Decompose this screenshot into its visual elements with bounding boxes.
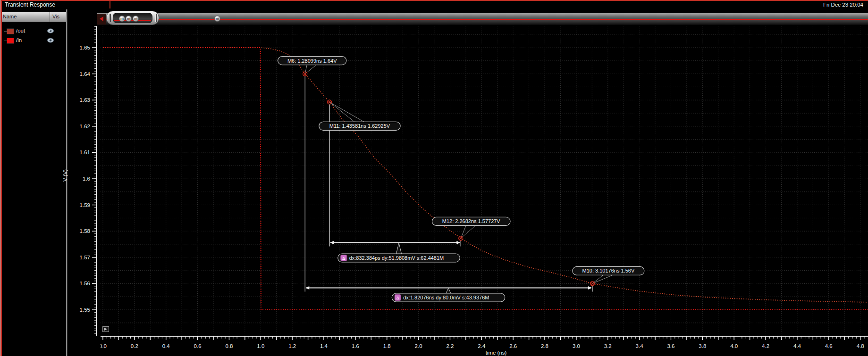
titlebar-divider bbox=[110, 0, 110, 8]
x-tick-label: 3.4 bbox=[636, 343, 644, 349]
corner-play-button[interactable] bbox=[102, 326, 109, 332]
delta-label-text: dx:832.384ps dy:51.9808mV s:62.4481M bbox=[349, 255, 444, 261]
x-tick-label: 2.2 bbox=[446, 343, 454, 349]
x-tick-label: 0.8 bbox=[225, 343, 233, 349]
window-timestamp: Fri Dec 23 20:04 bbox=[823, 2, 863, 8]
x-tick-label: 1.8 bbox=[383, 343, 391, 349]
left-triangle-icon bbox=[100, 17, 103, 21]
thumb-grip-right[interactable] bbox=[155, 14, 157, 22]
x-tick-label: 2.0 bbox=[415, 343, 422, 349]
thumb-grip-left[interactable] bbox=[109, 14, 111, 22]
signal-color-swatch bbox=[7, 38, 14, 44]
marker-overview-icon[interactable]: m bbox=[214, 16, 220, 22]
y-tick-label: 1.59 bbox=[80, 202, 90, 208]
trace-out[interactable] bbox=[103, 48, 868, 302]
marker-point-M11[interactable] bbox=[327, 100, 331, 104]
overview-scrollbar[interactable]: mmmm bbox=[97, 13, 868, 25]
marker-M6[interactable]: M6: 1.28099ns 1.64V bbox=[278, 57, 346, 76]
grid bbox=[101, 26, 868, 336]
x-tick-label: 4.8 bbox=[857, 343, 864, 349]
x-tick-label: 3.0 bbox=[573, 343, 580, 349]
y-tick-label: 1.61 bbox=[80, 149, 90, 155]
overview-trace-line bbox=[106, 19, 868, 20]
visibility-eye-icon[interactable] bbox=[47, 37, 54, 43]
visibility-eye-icon[interactable] bbox=[47, 28, 54, 34]
x-tick-label: 0.0 bbox=[101, 343, 107, 349]
signal-name: /in bbox=[16, 37, 22, 43]
x-tick-label: 3.2 bbox=[604, 343, 612, 349]
x-axis: 0.00.20.40.60.81.01.21.41.61.82.02.22.42… bbox=[101, 336, 868, 356]
window-border-left bbox=[0, 0, 2, 356]
x-tick-label: 1.2 bbox=[288, 343, 296, 349]
y-tick-label: 1.62 bbox=[80, 124, 90, 129]
x-tick-label: 4.6 bbox=[825, 343, 833, 349]
marker-point-M6[interactable] bbox=[303, 72, 307, 76]
y-tick-label: 1.64 bbox=[80, 71, 91, 77]
x-tick-label: 3.6 bbox=[667, 343, 674, 349]
marker-callout-text: M6: 1.28099ns 1.64V bbox=[287, 58, 337, 64]
x-tick-label: 2.4 bbox=[478, 343, 486, 349]
column-header-name: Name bbox=[3, 14, 17, 19]
x-tick-label: 2.8 bbox=[541, 343, 548, 349]
x-tick-label: 0.4 bbox=[162, 343, 170, 349]
waveform-window: Transient Response Fri Dec 23 20:04 Name… bbox=[0, 0, 868, 356]
window-border-top bbox=[0, 0, 868, 1]
column-header-vis: Vis bbox=[52, 14, 59, 19]
x-tick-label: 0.6 bbox=[194, 343, 202, 349]
marker-overview-icon[interactable]: m bbox=[133, 16, 139, 22]
signal-list-header: Name Vis bbox=[2, 12, 66, 22]
y-tick-label: 1.57 bbox=[80, 255, 90, 260]
x-tick-label: 1.6 bbox=[352, 343, 359, 349]
x-tick-label: 1.4 bbox=[320, 343, 328, 349]
marker-callout-text: M10: 3.10176ns 1.56V bbox=[582, 268, 635, 273]
marker-M10[interactable]: M10: 3.10176ns 1.56V bbox=[573, 266, 644, 286]
marker-M11[interactable]: M11: 1.43581ns 1.62925V bbox=[319, 100, 400, 131]
x-tick-label: 4.0 bbox=[730, 343, 738, 349]
delta-measurement-2[interactable]: Δdx:1.82076ns dy:80.0mV s:43.9376M bbox=[305, 76, 592, 302]
signal-color-swatch bbox=[7, 28, 14, 34]
x-tick-label: 2.6 bbox=[509, 343, 517, 349]
signal-row-out[interactable]: /out bbox=[2, 26, 65, 36]
y-tick-label: 1.58 bbox=[80, 228, 90, 234]
x-tick-label: 4.4 bbox=[793, 343, 801, 349]
plot-area[interactable]: Δdx:832.384ps dy:51.9808mV s:62.4481MΔdx… bbox=[101, 26, 868, 336]
signal-row-in[interactable]: /in bbox=[2, 36, 65, 45]
marker-point-M12[interactable] bbox=[459, 236, 463, 240]
x-tick-label: 0.2 bbox=[131, 343, 138, 349]
signal-name: /out bbox=[16, 28, 25, 33]
x-tick-label: 4.2 bbox=[762, 343, 769, 349]
marker-callout-text: M11: 1.43581ns 1.62925V bbox=[329, 123, 390, 129]
y-axis-title: V (V) bbox=[62, 166, 81, 185]
y-tick-label: 1.55 bbox=[80, 307, 90, 313]
x-axis-title: time (ns) bbox=[486, 350, 507, 356]
x-tick-label: 1.0 bbox=[257, 343, 264, 349]
marker-overview-icon[interactable]: m bbox=[126, 16, 132, 22]
marker-M12[interactable]: M12: 2.2682ns 1.57727V bbox=[432, 217, 510, 240]
delta-label-text: dx:1.82076ns dy:80.0mV s:43.9376M bbox=[403, 295, 489, 300]
y-tick-label: 1.63 bbox=[80, 97, 90, 103]
play-icon bbox=[104, 328, 107, 331]
y-tick-label: 1.6 bbox=[83, 176, 90, 182]
marker-overview-icon[interactable]: m bbox=[119, 16, 125, 22]
svg-text:Δ: Δ bbox=[396, 296, 399, 300]
y-tick-label: 1.65 bbox=[80, 45, 90, 50]
marker-callout-text: M12: 2.2682ns 1.57727V bbox=[442, 218, 501, 224]
y-tick-label: 1.56 bbox=[80, 281, 90, 286]
svg-text:Δ: Δ bbox=[342, 256, 345, 261]
window-title: Transient Response bbox=[5, 1, 55, 8]
column-separator bbox=[50, 12, 50, 22]
scroll-left-button[interactable] bbox=[97, 14, 106, 25]
x-tick-label: 3.8 bbox=[699, 343, 706, 349]
